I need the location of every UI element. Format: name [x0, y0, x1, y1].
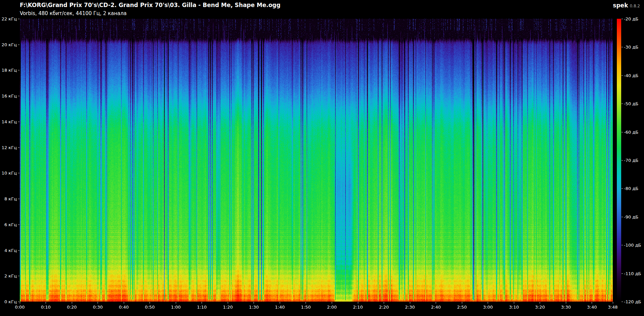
time-tick-mark	[488, 302, 488, 304]
db-tick-label: -30 дБ	[624, 45, 638, 50]
freq-tick-label: 4 кГц	[4, 248, 17, 253]
freq-tick-mark	[18, 199, 19, 199]
db-tick-mark	[622, 75, 623, 76]
db-tick-label: -80 дБ	[624, 186, 638, 191]
freq-tick-mark	[18, 225, 19, 225]
time-tick-mark	[384, 302, 384, 304]
time-tick-label: 0:20	[67, 305, 76, 310]
freq-tick-mark	[18, 147, 19, 148]
db-tick-label: -110 дБ	[624, 271, 641, 276]
time-tick-mark	[592, 302, 592, 304]
freq-tick-label: 12 кГц	[2, 145, 17, 150]
db-tick-mark	[622, 47, 623, 47]
time-tick-label: 1:00	[171, 305, 181, 310]
time-tick-mark	[124, 302, 124, 304]
freq-tick-mark	[18, 250, 19, 251]
db-tick-label: -20 дБ	[624, 16, 638, 21]
time-axis: 0:000:100:200:300:400:501:001:101:201:30…	[20, 302, 613, 316]
time-tick-label: 0:10	[41, 305, 51, 310]
frequency-axis: 22 кГц20 кГц18 кГц16 кГц14 кГц12 кГц10 к…	[0, 19, 20, 302]
freq-tick-label: 22 кГц	[2, 16, 17, 21]
time-tick-mark	[202, 302, 202, 304]
time-tick-label: 2:50	[457, 305, 467, 310]
freq-tick-mark	[18, 96, 19, 96]
time-tick-label: 3:48	[608, 305, 618, 310]
time-tick-label: 1:50	[301, 305, 311, 310]
time-tick-mark	[72, 302, 72, 304]
freq-tick-mark	[18, 19, 19, 19]
time-tick-mark	[280, 302, 280, 304]
time-tick-mark	[254, 302, 254, 304]
stream-info: Vorbis, 480 кбит/сек, 44100 Гц, 2 канала	[20, 10, 127, 16]
file-path: F:\KORG\Grand Prix 70's\CD-2. Grand Prix…	[20, 2, 280, 8]
time-tick-mark	[410, 302, 410, 304]
spectrogram-canvas	[20, 19, 613, 302]
db-tick-mark	[622, 19, 623, 19]
time-tick-mark	[98, 302, 98, 304]
freq-tick-mark	[18, 122, 19, 122]
time-tick-label: 1:40	[275, 305, 285, 310]
freq-tick-label: 2 кГц	[4, 273, 17, 278]
db-tick-mark	[622, 160, 623, 161]
db-tick-mark	[622, 302, 623, 302]
time-tick-label: 0:40	[119, 305, 129, 310]
db-tick-mark	[622, 104, 623, 104]
time-tick-label: 3:40	[587, 305, 597, 310]
db-tick-label: -120 дБ	[624, 299, 641, 304]
db-tick-label: -70 дБ	[624, 158, 638, 163]
time-tick-label: 2:30	[405, 305, 415, 310]
freq-tick-label: 6 кГц	[4, 222, 17, 227]
time-tick-label: 2:40	[431, 305, 441, 310]
db-tick-mark	[622, 217, 623, 217]
freq-tick-mark	[18, 173, 19, 173]
freq-tick-mark	[18, 45, 19, 45]
freq-tick-label: 16 кГц	[2, 93, 17, 99]
time-tick-mark	[462, 302, 462, 304]
time-tick-mark	[436, 302, 436, 304]
time-tick-mark	[176, 302, 176, 304]
time-tick-mark	[514, 302, 514, 304]
freq-tick-label: 8 кГц	[4, 196, 17, 201]
time-tick-mark	[228, 302, 228, 304]
time-tick-mark	[150, 302, 150, 304]
time-tick-label: 1:10	[197, 305, 207, 310]
time-tick-mark	[46, 302, 46, 304]
freq-tick-label: 14 кГц	[2, 119, 17, 124]
time-tick-label: 0:50	[145, 305, 155, 310]
db-tick-label: -90 дБ	[624, 214, 638, 219]
time-tick-mark	[540, 302, 540, 304]
db-tick-label: -40 дБ	[624, 73, 638, 78]
db-tick-mark	[622, 188, 623, 189]
time-tick-label: 3:10	[509, 305, 519, 310]
time-tick-label: 2:20	[379, 305, 389, 310]
time-tick-mark	[358, 302, 358, 304]
freq-tick-mark	[18, 302, 19, 302]
app-version: 0.8.2	[630, 4, 640, 8]
db-tick-mark	[622, 132, 623, 132]
time-tick-label: 3:30	[561, 305, 571, 310]
app-brand: spek0.8.2	[613, 2, 640, 9]
freq-tick-label: 0 кГц	[4, 299, 17, 304]
db-tick-mark	[622, 273, 623, 274]
time-tick-mark	[20, 302, 20, 304]
freq-tick-mark	[18, 70, 19, 70]
freq-tick-label: 20 кГц	[2, 42, 17, 47]
db-tick-label: -50 дБ	[624, 101, 638, 106]
time-tick-mark	[306, 302, 306, 304]
time-tick-label: 0:30	[93, 305, 103, 310]
time-tick-mark	[332, 302, 332, 304]
time-tick-label: 1:30	[249, 305, 259, 310]
time-tick-label: 3:20	[535, 305, 545, 310]
time-tick-label: 3:00	[483, 305, 493, 310]
db-legend: -20 дБ-30 дБ-40 дБ-50 дБ-60 дБ-70 дБ-80 …	[617, 19, 644, 302]
freq-tick-label: 10 кГц	[2, 171, 17, 176]
time-tick-mark	[566, 302, 566, 304]
db-tick-mark	[622, 245, 623, 245]
freq-tick-mark	[18, 276, 19, 276]
time-tick-label: 1:20	[223, 305, 233, 310]
db-legend-bar	[617, 19, 621, 302]
db-tick-label: -100 дБ	[624, 243, 641, 248]
time-tick-label: 2:10	[353, 305, 363, 310]
time-tick-label: 0:00	[15, 305, 24, 310]
freq-tick-label: 18 кГц	[2, 68, 17, 73]
